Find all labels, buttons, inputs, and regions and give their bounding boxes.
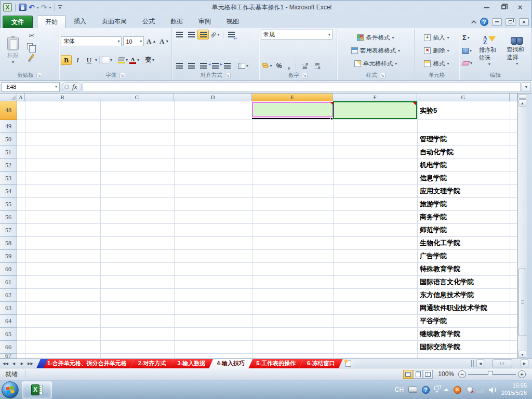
zoom-in-button[interactable]: + xyxy=(518,370,526,378)
normal-view-button[interactable] xyxy=(403,370,413,379)
phonetic-button[interactable]: 变▾ xyxy=(144,55,155,65)
format-as-table-button[interactable]: 套用表格格式▾ xyxy=(339,46,413,56)
column-header-F[interactable]: F xyxy=(333,94,417,101)
save-icon[interactable] xyxy=(19,4,26,11)
fill-color-button[interactable]: ▾ xyxy=(117,57,128,64)
tab-公式[interactable]: 公式 xyxy=(135,16,163,28)
row-cells[interactable]: 信息学院 xyxy=(17,172,517,185)
paste-button[interactable]: 粘贴 ▾ xyxy=(2,30,24,72)
tab-视图[interactable]: 视图 xyxy=(219,16,247,28)
underline-button[interactable]: U xyxy=(84,55,95,65)
excel-app-icon[interactable]: X xyxy=(3,3,12,11)
cell-G55[interactable]: 旅游学院 xyxy=(417,198,510,210)
row-header-59[interactable]: 59 xyxy=(0,250,17,263)
format-painter-button[interactable] xyxy=(26,52,37,62)
row-header-50[interactable]: 50 xyxy=(0,133,17,146)
row-cells[interactable]: 旅游学院 xyxy=(17,198,517,211)
insert-cells-button[interactable]: 插入▾ xyxy=(416,33,457,43)
row-cells[interactable]: 实验5 xyxy=(17,101,517,120)
row-cells[interactable]: 网通软件职业技术学院 xyxy=(17,302,517,315)
shrink-font-button[interactable]: A▼ xyxy=(158,37,170,46)
zoom-out-button[interactable]: − xyxy=(458,370,466,378)
tab-数据[interactable]: 数据 xyxy=(163,16,191,28)
row-cells[interactable]: 商务学院 xyxy=(17,211,517,224)
expand-formula-bar-icon[interactable]: ▼ xyxy=(522,82,531,92)
cell-G54[interactable]: 应用文理学院 xyxy=(417,185,510,197)
row-header-53[interactable]: 53 xyxy=(0,172,17,185)
fill-button[interactable]: ↓▾ xyxy=(461,46,474,56)
cell-G56[interactable]: 商务学院 xyxy=(417,211,510,223)
cell-styles-button[interactable]: 单元格样式▾ xyxy=(339,59,413,69)
row-cells[interactable]: 师范学院 xyxy=(17,224,517,237)
show-hidden-icons[interactable] xyxy=(444,388,449,391)
collapse-ribbon-icon[interactable] xyxy=(471,20,476,25)
autosum-button[interactable]: Σ▾ xyxy=(461,33,474,43)
row-header-52[interactable]: 52 xyxy=(0,159,17,172)
cell-G67[interactable] xyxy=(417,354,510,358)
row-cells[interactable]: 机电学院 xyxy=(17,159,517,172)
row-header-65[interactable]: 65 xyxy=(0,328,17,341)
redo-icon[interactable]: ↷ xyxy=(41,4,47,10)
cell-G60[interactable]: 特殊教育学院 xyxy=(417,263,510,275)
page-break-view-button[interactable] xyxy=(423,370,433,379)
window-switch-icon[interactable] xyxy=(434,387,439,393)
number-format-combo[interactable]: 常规▾ xyxy=(261,30,332,39)
font-name-combo[interactable]: 宋体▾ xyxy=(61,36,122,46)
scroll-down-icon[interactable]: ▼ xyxy=(518,351,526,358)
row-header-55[interactable]: 55 xyxy=(0,198,17,211)
delete-cells-button[interactable]: 删除▾ xyxy=(416,46,457,56)
zoom-slider[interactable] xyxy=(468,370,516,378)
row-header-61[interactable]: 61 xyxy=(0,276,17,289)
tab-split-handle[interactable] xyxy=(471,360,474,367)
vertical-scrollbar[interactable]: ▲ ▼ xyxy=(517,94,527,358)
tab-页面布局[interactable]: 页面布局 xyxy=(94,16,135,28)
row-header-67[interactable]: 67 xyxy=(0,354,17,358)
taskbar-excel-button[interactable]: X xyxy=(22,381,52,398)
next-sheet-icon[interactable]: ▶ xyxy=(18,360,26,367)
italic-button[interactable]: I xyxy=(72,55,83,65)
grow-font-button[interactable]: A▲ xyxy=(145,37,157,46)
conditional-formatting-button[interactable]: 条件格式▾ xyxy=(339,33,413,43)
increase-indent-button[interactable]: ▸ xyxy=(221,61,233,71)
middle-align-button[interactable] xyxy=(185,30,197,39)
dialog-launcher-icon[interactable]: ↘ xyxy=(36,73,42,78)
active-cell-E48[interactable] xyxy=(252,102,333,117)
cell-G51[interactable]: 自动化学院 xyxy=(417,146,510,158)
scroll-right-icon[interactable]: ▶ xyxy=(521,360,528,367)
row-header-63[interactable]: 63 xyxy=(0,302,17,315)
row-cells[interactable]: 管理学院 xyxy=(17,133,517,146)
notification-tray-icon[interactable] xyxy=(466,386,472,393)
tray-help-icon[interactable]: ? xyxy=(422,386,430,394)
clock[interactable]: 15:55 2015/5/26 xyxy=(501,382,527,397)
column-header-G[interactable]: G xyxy=(417,94,510,101)
start-button[interactable] xyxy=(2,381,19,398)
undo-dropdown-icon[interactable]: ▾ xyxy=(37,5,39,10)
redo-dropdown-icon[interactable]: ▾ xyxy=(49,5,51,10)
orientation-button[interactable]: ab▾ xyxy=(209,30,221,39)
row-cells[interactable]: 国际语言文化学院 xyxy=(17,276,517,289)
workbook-close-button[interactable]: × xyxy=(519,18,529,26)
fx-icon[interactable]: fx xyxy=(72,83,77,91)
align-left-button[interactable] xyxy=(174,61,185,71)
sheet-tab-4-输入技巧[interactable]: 4-输入技巧 xyxy=(209,359,252,368)
cell-G65[interactable]: 继续教育学院 xyxy=(417,328,510,340)
row-header-54[interactable]: 54 xyxy=(0,185,17,198)
cell-G49[interactable] xyxy=(417,120,510,132)
cell-G63[interactable]: 网通软件职业技术学院 xyxy=(417,302,510,314)
keyboard-icon[interactable] xyxy=(408,387,417,393)
page-layout-view-button[interactable] xyxy=(413,370,423,379)
decrease-decimal-button[interactable]: .00→.0 xyxy=(311,61,323,71)
align-right-button[interactable] xyxy=(197,61,209,71)
horizontal-scrollbar[interactable]: ◀ ▶ xyxy=(471,359,532,368)
column-header-C[interactable]: C xyxy=(100,94,174,101)
clear-button[interactable]: ▾ xyxy=(461,59,474,68)
dialog-launcher-icon[interactable]: ↘ xyxy=(119,73,125,78)
format-cells-button[interactable]: 格式▾ xyxy=(416,59,457,69)
cell-G61[interactable]: 国际语言文化学院 xyxy=(417,276,510,288)
tab-file[interactable]: 文件 xyxy=(3,16,33,28)
row-header-49[interactable]: 49 xyxy=(0,120,17,133)
customize-qat-icon[interactable]: ▾ xyxy=(58,5,62,9)
sheet-tab-3-输入数据[interactable]: 3-输入数据 xyxy=(170,359,214,368)
cell-F48[interactable] xyxy=(333,101,417,119)
copy-button[interactable]: ▾ xyxy=(26,42,37,51)
